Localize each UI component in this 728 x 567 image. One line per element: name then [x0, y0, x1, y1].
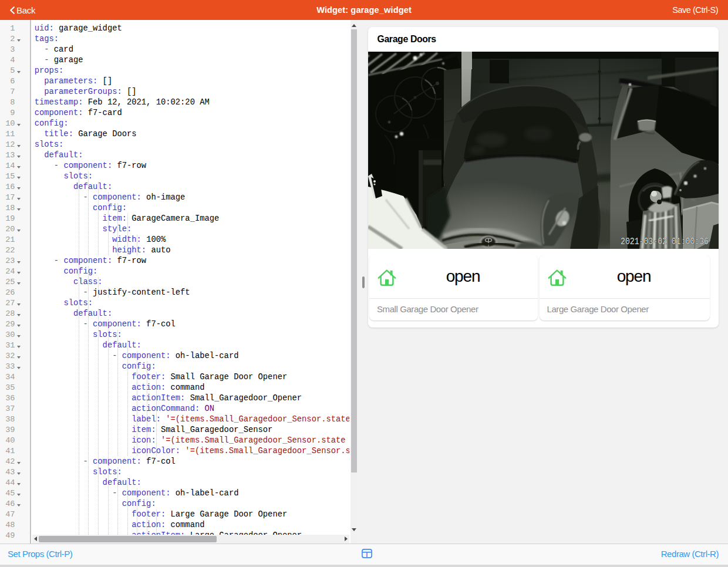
svg-text:2021-03-02 01:00:36: 2021-03-02 01:00:36 [621, 237, 709, 247]
